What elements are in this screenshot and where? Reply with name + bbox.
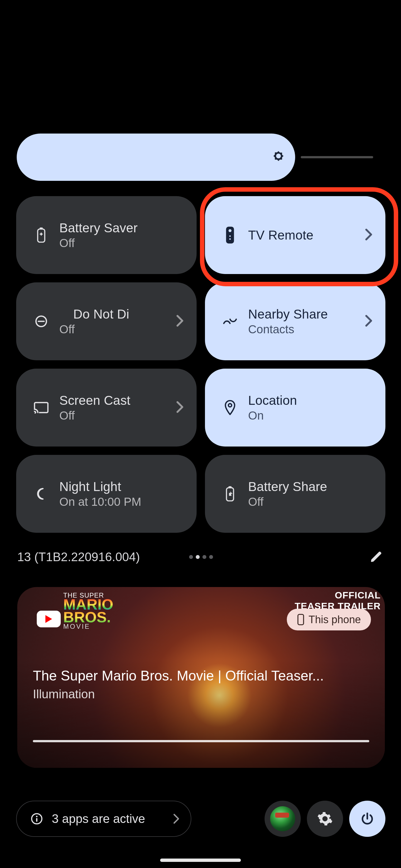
brightness-track-remaining [301,156,373,158]
tile-label: Nearby Share [248,307,362,321]
tile-status: Contacts [248,323,362,336]
tile-label: Screen Cast [59,393,173,408]
tile-label: TV Remote [248,227,362,243]
tile-status: Off [59,323,173,336]
power-button[interactable] [349,801,385,837]
media-player-card[interactable]: THE SUPER MARIO BROS. MOVIE OFFICIAL TEA… [17,587,385,768]
svg-point-4 [229,235,231,237]
phone-icon [297,614,305,626]
svg-point-5 [229,239,231,240]
brightness-icon [270,149,287,165]
tile-battery-share[interactable]: Battery Share Off [205,455,385,533]
tile-label: Battery Share [248,479,374,494]
svg-rect-1 [40,227,43,229]
nearby-share-icon [220,312,240,331]
gesture-nav-handle[interactable] [160,859,241,862]
media-progress-bar[interactable] [33,740,369,742]
tile-screen-cast[interactable]: Screen Cast Off [16,369,197,446]
location-icon [220,398,240,417]
chevron-right-icon [174,401,185,414]
info-icon [30,812,44,826]
media-thumbnail-logo: THE SUPER MARIO BROS. MOVIE [63,593,113,629]
svg-point-9 [34,412,36,414]
svg-rect-16 [36,818,37,822]
user-switcher-button[interactable] [264,801,301,837]
tile-tv-remote[interactable]: TV Remote [205,196,385,274]
gear-icon [317,811,333,827]
media-title: The Super Mario Bros. Movie | Official T… [33,668,369,684]
chevron-right-icon [173,813,180,824]
svg-rect-13 [298,614,304,625]
tile-battery-saver[interactable]: Battery Saver Off [16,196,197,274]
settings-button[interactable] [307,801,343,837]
avatar [270,806,295,831]
active-apps-button[interactable]: 3 apps are active [16,801,191,837]
tile-do-not-disturb[interactable]: Do Not Di Off [16,282,197,360]
output-device-chip[interactable]: This phone [287,609,371,630]
media-artist: Illumination [33,687,95,701]
tile-status: On at 10:00 PM [59,495,185,508]
youtube-icon [37,611,61,627]
night-light-icon [31,484,51,503]
chevron-right-icon [174,315,185,328]
active-apps-label: 3 apps are active [52,812,145,826]
do-not-disturb-icon [31,312,51,331]
tile-label: Location [248,393,374,408]
svg-rect-12 [229,486,232,488]
tv-remote-icon [220,225,240,245]
edit-tiles-button[interactable] [368,549,385,565]
svg-point-15 [36,816,37,817]
output-device-label: This phone [309,614,361,626]
tile-night-light[interactable]: Night Light On at 10:00 PM [16,455,197,533]
tile-status: On [248,409,374,422]
power-icon [360,811,375,826]
battery-saver-icon [31,225,51,245]
cast-icon [31,398,51,417]
page-indicator [189,555,213,559]
battery-share-icon [220,484,240,503]
tile-status: Off [59,237,185,250]
tile-nearby-share[interactable]: Nearby Share Contacts [205,282,385,360]
tile-label: Battery Saver [59,220,185,235]
build-number: 13 (T1B2.220916.004) [17,550,140,564]
svg-point-3 [229,229,232,232]
tile-status: Off [59,409,173,422]
svg-point-10 [228,404,232,407]
tile-label: Do Not Di [59,307,173,321]
tile-location[interactable]: Location On [205,369,385,446]
media-thumbnail-text: OFFICIAL TEASER TRAILER [295,590,385,612]
tile-label: Night Light [59,479,185,494]
tile-status: Off [248,495,374,508]
brightness-slider[interactable] [17,133,295,181]
chevron-right-icon [363,228,374,242]
chevron-right-icon [363,315,374,328]
